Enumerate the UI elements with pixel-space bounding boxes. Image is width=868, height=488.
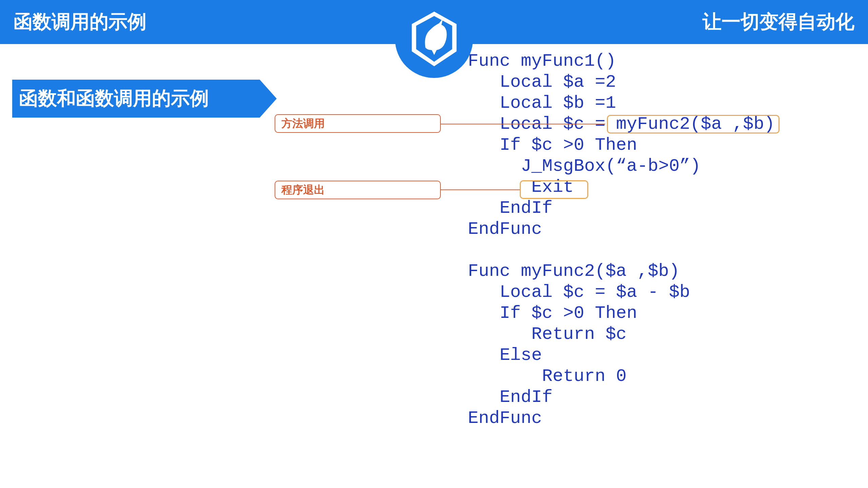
highlight-method-call xyxy=(607,115,780,134)
code-block: Func myFunc1() Local $a =2 Local $b =1 L… xyxy=(468,51,775,429)
connector-line-2 xyxy=(441,189,520,190)
header-left-title: 函数调用的示例 xyxy=(14,9,146,35)
header-right-slogan: 让一切变得自动化 xyxy=(703,9,854,35)
annotation-program-exit: 程序退出 xyxy=(275,181,441,199)
annotation-program-exit-label: 程序退出 xyxy=(281,183,325,198)
highlight-exit xyxy=(520,180,588,199)
connector-line-1 xyxy=(441,124,605,124)
logo-circle xyxy=(395,0,473,78)
unicorn-logo-icon xyxy=(410,11,459,67)
section-title: 函数和函数调用的示例 xyxy=(12,80,277,118)
annotation-method-call-label: 方法调用 xyxy=(281,116,325,131)
annotation-method-call: 方法调用 xyxy=(275,114,441,133)
